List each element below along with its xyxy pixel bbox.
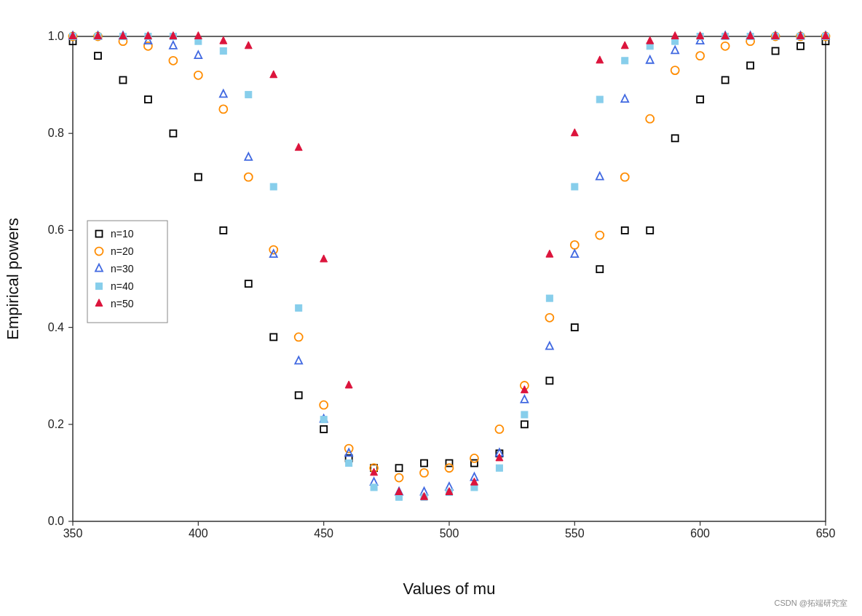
svg-rect-143 — [572, 183, 578, 190]
svg-rect-141 — [521, 411, 528, 418]
svg-rect-140 — [496, 465, 502, 471]
watermark-text: CSDN @拓端研究室 — [775, 598, 847, 609]
svg-rect-129 — [220, 47, 226, 54]
svg-text:550: 550 — [565, 527, 585, 540]
svg-text:n=30: n=30 — [111, 263, 134, 275]
svg-text:0.2: 0.2 — [48, 418, 64, 430]
svg-rect-134 — [346, 460, 352, 467]
svg-text:Empirical powers: Empirical powers — [4, 218, 22, 340]
svg-text:600: 600 — [690, 527, 710, 540]
svg-text:0.4: 0.4 — [48, 321, 64, 333]
svg-text:450: 450 — [314, 527, 333, 540]
svg-text:Values of mu: Values of mu — [403, 580, 496, 598]
svg-text:500: 500 — [440, 527, 459, 540]
svg-text:400: 400 — [189, 527, 208, 540]
svg-text:0.0: 0.0 — [48, 515, 64, 527]
svg-rect-145 — [622, 58, 628, 64]
svg-rect-131 — [270, 183, 277, 190]
svg-rect-144 — [596, 96, 603, 103]
svg-text:0.6: 0.6 — [48, 224, 64, 236]
svg-text:650: 650 — [816, 527, 836, 540]
chart-container: 3504004505005506006500.00.20.40.60.81.0V… — [0, 0, 862, 616]
svg-text:1.0: 1.0 — [48, 30, 64, 42]
svg-rect-130 — [245, 91, 252, 98]
main-chart: 3504004505005506006500.00.20.40.60.81.0V… — [0, 0, 862, 616]
svg-rect-135 — [371, 484, 377, 491]
svg-rect-192 — [96, 283, 103, 290]
svg-rect-133 — [320, 416, 327, 423]
svg-text:350: 350 — [63, 527, 83, 540]
svg-text:n=40: n=40 — [111, 280, 134, 292]
svg-rect-132 — [296, 304, 302, 311]
svg-text:n=10: n=10 — [111, 228, 134, 240]
svg-text:n=50: n=50 — [111, 298, 134, 309]
svg-text:n=20: n=20 — [111, 245, 134, 257]
svg-rect-142 — [546, 295, 553, 301]
svg-text:0.8: 0.8 — [48, 127, 64, 139]
